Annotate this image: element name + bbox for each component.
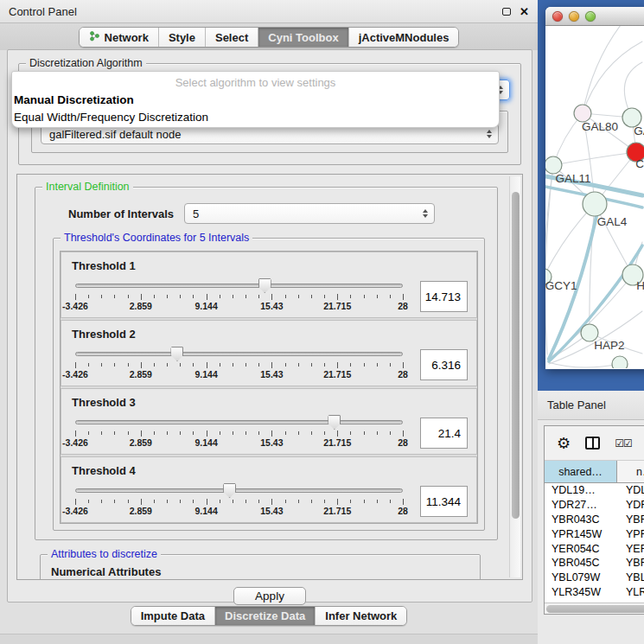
table-row[interactable]: YBL079WYBL0 [545,571,644,585]
threshold-slider[interactable]: -3.4262.8599.14415.4321.71528 [70,416,408,449]
threshold-slider[interactable]: -3.4262.8599.14415.4321.71528 [70,348,408,380]
cell-shared-name[interactable]: YBL079W [545,571,617,583]
slider-thumb[interactable] [170,347,183,361]
threshold-value-field[interactable]: 14.713 [420,281,468,312]
tick-mark [324,431,325,435]
tick-label: -3.426 [62,506,88,516]
cell-shared-name[interactable]: YDR27… [545,499,617,511]
network-node-gal11[interactable] [545,156,562,174]
settings-scrollbar[interactable] [509,176,520,577]
cell-shared-name[interactable]: YPR145W [545,528,617,540]
table-row[interactable]: YER054CYER0 [545,541,644,556]
tab-discretize-data[interactable]: Discretize Data [215,607,316,625]
algorithm-option[interactable]: Manual Discretization [12,92,499,109]
tab-network[interactable]: Network [80,28,159,47]
minimize-window-icon[interactable] [569,11,579,22]
table-horizontal-scrollbar[interactable] [545,603,644,614]
table-toolbar: ⚙ ☑☑ [545,426,644,461]
table-row[interactable]: YBR045CYBR0 [545,556,644,571]
network-canvas[interactable]: GAL80GACGAL11GAL4GCY1HHAP2 [545,26,644,368]
threshold-value-field[interactable]: 21.4 [420,418,468,449]
tick-mark [88,363,89,367]
number-of-intervals-combo[interactable]: 5 [184,203,435,224]
cell-name[interactable]: YER0 [617,543,644,555]
threshold-slider[interactable]: -3.4262.8599.14415.4321.71528 [70,484,408,517]
cell-name[interactable]: YBR0 [617,557,644,569]
tab-impute-data[interactable]: Impute Data [131,607,215,625]
tick-label: 15.43 [260,369,283,379]
slider-thumb[interactable] [328,415,341,430]
tab-select[interactable]: Select [206,28,258,47]
scrollbar-thumb[interactable] [546,605,644,613]
slider-thumb[interactable] [258,278,271,293]
node-label: H [636,279,644,292]
network-node-gal80[interactable] [574,105,591,122]
slider-thumb[interactable] [223,483,236,498]
tab-style[interactable]: Style [159,28,206,47]
slider-tick-labels: -3.4262.8599.14415.4321.71528 [75,301,403,312]
cell-name[interactable]: YDL1 [617,484,644,496]
tick-mark [258,295,259,298]
slider-track[interactable] [75,352,403,356]
scrollbar-thumb[interactable] [512,192,520,519]
tick-mark [350,500,351,503]
tick-mark [311,363,312,367]
tick-mark [193,295,194,298]
close-window-icon[interactable] [552,11,563,22]
cell-name[interactable]: YLR3 [617,586,644,598]
table-row[interactable]: YLR345WYLR3 [545,585,644,600]
threshold-body: -3.4262.8599.14415.4321.7152821.4 [70,416,468,449]
cell-shared-name[interactable]: YER054C [545,543,617,555]
cell-shared-name[interactable]: YBR045C [545,557,617,569]
column-header-shared-name[interactable]: shared… [545,461,617,482]
table-row[interactable]: YDR27…YDR2 [545,498,644,513]
zoom-window-icon[interactable] [585,11,596,22]
table-row[interactable]: YPR145WYPR1 [545,526,644,541]
cell-shared-name[interactable]: YLR345W [545,586,617,598]
tick-mark [337,430,338,437]
cell-name[interactable]: YPR1 [617,528,644,540]
threshold-slider[interactable]: -3.4262.8599.14415.4321.71528 [70,279,408,312]
tick-mark [101,295,102,298]
tick-mark [141,294,142,300]
float-window-icon[interactable] [502,8,511,16]
cell-name[interactable]: YBL0 [617,571,644,583]
network-window-titlebar[interactable] [545,7,644,26]
threshold-value-field[interactable]: 11.344 [420,486,468,517]
tab-label: Select [215,31,248,44]
tick-mark [403,499,404,505]
number-of-intervals-row: Number of Intervals 5 [68,203,487,224]
algorithm-option[interactable]: Equal Width/Frequency Discretization [12,109,499,126]
settings-gear-icon[interactable]: ⚙ [557,436,571,451]
tick-label: 28 [398,369,408,379]
cell-name[interactable]: YBR0 [617,513,644,526]
threshold-value-field[interactable]: 6.316 [420,349,468,380]
tab-infer-network[interactable]: Infer Network [316,607,406,625]
cell-shared-name[interactable]: YDL19… [545,484,617,496]
algorithm-dropdown-popup: Select algorithm to view settings Manual… [11,71,500,128]
threshold-panel: Threshold 3-3.4262.8599.14415.4321.71528… [61,388,477,455]
slider-track[interactable] [75,488,403,493]
network-node[interactable] [612,356,628,368]
close-panel-icon[interactable]: ✕ [520,6,529,17]
cell-shared-name[interactable]: YBR043C [545,513,617,526]
tick-mark [364,295,365,298]
tick-mark [311,295,312,298]
apply-button[interactable]: Apply [233,587,306,605]
table-row[interactable]: YBR043CYBR0 [545,513,644,527]
network-node-gal4[interactable] [583,192,607,216]
tick-mark [390,363,391,367]
tick-label: -3.426 [62,369,88,379]
tab-cyni-toolbox[interactable]: Cyni Toolbox [258,28,348,47]
table-row[interactable]: YDL19…YDL1 [545,483,644,498]
tab-jactivemnodules[interactable]: jActiveMNodules [349,28,459,47]
slider-track[interactable] [75,420,403,424]
select-columns-icon[interactable]: ☑☑ [615,437,632,450]
group-title: Discretization Algorithm [26,57,146,69]
tick-label: 2.859 [130,506,152,516]
panel-title: Control Panel [9,5,77,18]
cell-name[interactable]: YDR2 [617,499,644,511]
split-columns-icon[interactable] [585,437,600,450]
slider-track[interactable] [75,284,403,288]
column-header-name[interactable]: n… [617,461,644,482]
